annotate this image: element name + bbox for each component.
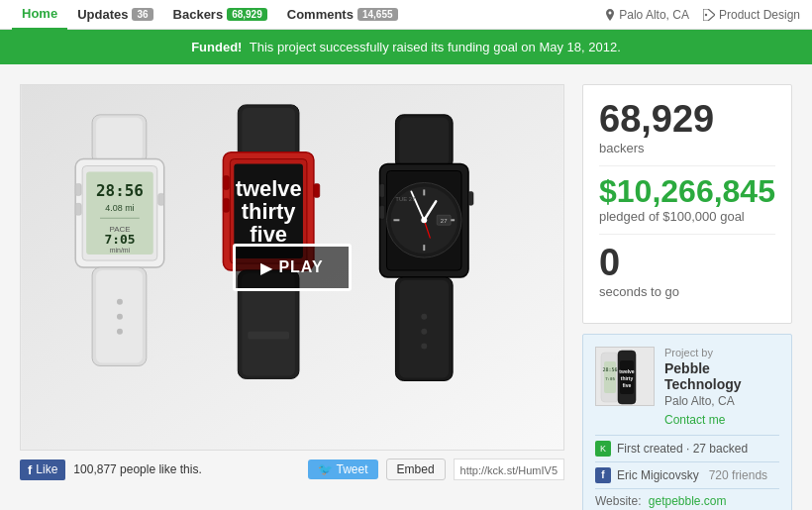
nav-home[interactable]: Home — [12, 0, 67, 30]
svg-rect-19 — [75, 203, 81, 215]
twitter-icon: 🐦 — [318, 462, 333, 476]
play-icon: ▶ — [260, 258, 272, 277]
svg-rect-3 — [96, 118, 143, 161]
funded-text: This project successfully raised its fun… — [250, 40, 621, 54]
backers-number: 68,929 — [599, 99, 775, 141]
location-display: Palo Alto, CA — [605, 8, 689, 22]
first-created-text: First created · 27 backed — [617, 442, 748, 456]
svg-rect-58 — [380, 205, 385, 219]
svg-rect-34 — [314, 183, 320, 197]
svg-text:28:56: 28:56 — [602, 366, 617, 372]
svg-point-54 — [421, 314, 427, 320]
svg-point-0 — [705, 13, 707, 15]
project-header: 28:56 7:05 twelve thirty five Project by… — [595, 347, 779, 427]
svg-rect-59 — [468, 191, 473, 205]
website-row: Website: getpebble.com — [595, 488, 779, 510]
backers-label: backers — [599, 141, 775, 155]
project-by-label: Project by — [664, 347, 779, 358]
svg-rect-18 — [75, 183, 81, 195]
updates-badge: 36 — [132, 8, 152, 21]
svg-text:27: 27 — [441, 218, 448, 224]
embed-button[interactable]: Embed — [386, 459, 446, 480]
stat-divider-1 — [599, 165, 775, 166]
pledged-label: pledged of $100,000 goal — [599, 209, 775, 224]
facebook-icon: f — [595, 467, 611, 483]
svg-text:thirty: thirty — [242, 199, 297, 224]
top-navigation: Home Updates 36 Backers 68,929 Comments … — [0, 0, 812, 30]
contact-link[interactable]: Contact me — [664, 413, 725, 427]
svg-point-17 — [117, 329, 123, 335]
project-location: Palo Alto, CA — [664, 394, 779, 408]
project-avatar: 28:56 7:05 twelve thirty five — [595, 347, 655, 406]
play-label: PLAY — [278, 258, 323, 276]
svg-text:7:05: 7:05 — [605, 376, 615, 381]
kickstarter-icon: K — [595, 441, 611, 457]
svg-rect-32 — [223, 176, 229, 190]
svg-text:28:56: 28:56 — [96, 181, 144, 200]
svg-text:twelve: twelve — [619, 368, 635, 374]
svg-point-48 — [421, 217, 427, 223]
tweet-button[interactable]: 🐦 Tweet — [308, 459, 378, 479]
svg-point-55 — [421, 329, 427, 335]
fb-creator-name: Eric Migicovsky — [617, 468, 699, 482]
pledged-amount: $10,266,845 — [599, 174, 775, 209]
social-bar: f Like 100,877 people like this. 🐦 Tweet… — [20, 451, 564, 488]
stats-section: 68,929 backers $10,266,845 pledged of $1… — [582, 84, 792, 510]
project-name: Pebble Technology — [664, 360, 779, 392]
like-count-text: 100,877 people like this. — [73, 462, 201, 476]
nav-backers[interactable]: Backers 68,929 — [163, 0, 277, 30]
svg-rect-31 — [248, 332, 289, 340]
product-design-link[interactable]: Product Design — [703, 8, 800, 22]
svg-point-15 — [117, 299, 123, 305]
svg-rect-33 — [223, 198, 229, 212]
website-label: Website: — [595, 494, 641, 508]
nav-updates[interactable]: Updates 36 — [67, 0, 162, 30]
project-card: 28:56 7:05 twelve thirty five Project by… — [582, 334, 792, 510]
facebook-like-button[interactable]: f Like — [20, 459, 65, 480]
seconds-number: 0 — [599, 243, 775, 284]
project-meta: K First created · 27 backed f Eric Migic… — [595, 435, 779, 510]
fb-friends-count: 720 friends — [709, 468, 767, 482]
fb-icon: f — [28, 462, 32, 477]
svg-text:4.08 mi: 4.08 mi — [105, 203, 134, 213]
svg-rect-22 — [242, 108, 295, 156]
play-button[interactable]: ▶ PLAY — [233, 244, 352, 291]
svg-text:7:05: 7:05 — [104, 232, 135, 247]
svg-rect-57 — [380, 183, 385, 197]
facebook-row: f Eric Migicovsky 720 friends — [595, 461, 779, 488]
svg-text:TUE 27: TUE 27 — [395, 196, 416, 202]
svg-rect-36 — [399, 118, 449, 166]
tag-icon — [703, 9, 715, 21]
first-created-row: K First created · 27 backed — [595, 435, 779, 461]
svg-rect-20 — [158, 193, 164, 205]
svg-point-56 — [421, 344, 427, 350]
seconds-label: seconds to go — [599, 284, 775, 299]
stats-box: 68,929 backers $10,266,845 pledged of $1… — [582, 84, 792, 324]
video-container[interactable]: 28:56 4.08 mi PACE 7:05 min/mi — [20, 84, 564, 451]
svg-text:five: five — [623, 382, 632, 388]
funded-banner: Funded! This project successfully raised… — [0, 30, 812, 64]
backers-badge: 68,929 — [227, 8, 267, 21]
avatar-watch-svg: 28:56 7:05 twelve thirty five — [596, 348, 655, 406]
svg-point-16 — [117, 314, 123, 320]
watch-image-area: 28:56 4.08 mi PACE 7:05 min/mi — [21, 85, 563, 450]
stat-divider-2 — [599, 234, 775, 235]
svg-text:thirty: thirty — [621, 375, 634, 381]
comments-badge: 14,655 — [357, 8, 398, 21]
svg-text:twelve: twelve — [236, 176, 302, 201]
svg-text:min/mi: min/mi — [110, 247, 131, 254]
video-section: 28:56 4.08 mi PACE 7:05 min/mi — [20, 84, 564, 510]
main-content: 28:56 4.08 mi PACE 7:05 min/mi — [0, 64, 812, 510]
embed-url-display[interactable]: http://kck.st/HumIV5 — [454, 459, 564, 480]
project-info: Project by Pebble Technology Palo Alto, … — [664, 347, 779, 427]
funded-label: Funded! — [191, 40, 242, 54]
website-link[interactable]: getpebble.com — [649, 494, 727, 508]
location-icon — [605, 9, 615, 21]
nav-comments[interactable]: Comments 14,655 — [277, 0, 408, 30]
